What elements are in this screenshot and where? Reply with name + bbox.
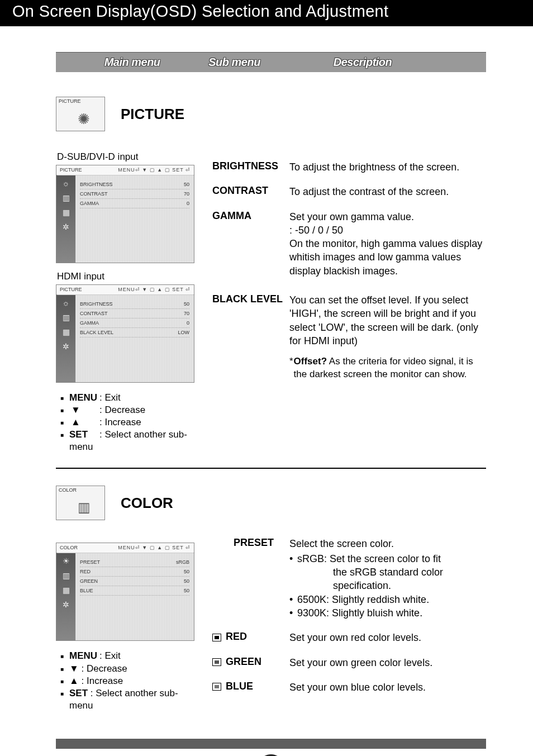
caption-hdmi: HDMI input bbox=[57, 271, 200, 282]
red-swatch-icon bbox=[212, 634, 221, 641]
green-swatch-icon bbox=[212, 658, 221, 666]
blue-swatch-icon bbox=[212, 683, 221, 691]
picture-thumb-icon: PICTURE bbox=[56, 97, 105, 131]
color-thumb-icon: COLOR bbox=[56, 486, 105, 520]
legend-up: ▲: Increase bbox=[60, 416, 200, 429]
legend-up: ▲ : Increase bbox=[60, 675, 200, 687]
osd-screenshot-dsub: PICTURE MENU⏎ ▼ ▢ ▲ ▢ SET ⏎ ☼▥▦✲ BRIGHTN… bbox=[56, 165, 194, 263]
osd-screenshot-hdmi: PICTURE MENU⏎ ▼ ▢ ▲ ▢ SET ⏎ ☼▥▦✲ BRIGHTN… bbox=[56, 284, 194, 383]
picture-section-title: PICTURE bbox=[121, 106, 184, 123]
osd-dsub-panel: BRIGHTNESS50 CONTRAST70 GAMMA0 bbox=[75, 175, 194, 263]
col-description: Description bbox=[334, 56, 486, 69]
col-sub-menu: Sub menu bbox=[208, 56, 334, 69]
caption-dsub: D-SUB/DVI-D input bbox=[57, 151, 200, 163]
legend-menu: MENU: Exit bbox=[60, 392, 200, 404]
legend-set: SET : Select another sub-menu bbox=[60, 687, 200, 712]
preset-srgb: sRGB: Set the screen color to fit the sR… bbox=[289, 552, 486, 593]
asterisk-icon: * bbox=[289, 355, 294, 381]
color-right-col: PRESET Select the screen color. sRGB: Se… bbox=[212, 537, 486, 711]
osd-dsub-title: PICTURE bbox=[60, 167, 82, 173]
down-arrow-icon: ▼ bbox=[69, 663, 82, 674]
color-thumb-label: COLOR bbox=[59, 487, 77, 493]
osd-sidebar-icons: ☼▥▦✲ bbox=[56, 175, 75, 263]
page-content: Main menu Sub menu Description PICTURE P… bbox=[0, 26, 533, 756]
osd-hdmi-nav: MENU⏎ ▼ ▢ ▲ ▢ SET ⏎ bbox=[118, 287, 191, 292]
osd-dsub-nav: MENU⏎ ▼ ▢ ▲ ▢ SET ⏎ bbox=[118, 167, 191, 173]
section-divider bbox=[56, 468, 486, 469]
picture-two-col: D-SUB/DVI-D input PICTURE MENU⏎ ▼ ▢ ▲ ▢ … bbox=[56, 148, 486, 453]
osd-color-nav: MENU⏎ ▼ ▢ ▲ ▢ SET ⏎ bbox=[118, 545, 191, 550]
osd-screenshot-color: COLOR MENU⏎ ▼ ▢ ▲ ▢ SET ⏎ ☀▥▦✲ PRESETsRG… bbox=[56, 543, 194, 641]
color-legend: MENU: Exit ▼ : Decrease ▲ : Increase SET… bbox=[60, 650, 200, 711]
footer-band bbox=[56, 739, 486, 749]
offset-footnote: * Offset? As the criteria for video sign… bbox=[289, 355, 486, 381]
osd-color-title: COLOR bbox=[60, 545, 78, 550]
legend-set: SET: Select another sub-menu bbox=[60, 429, 200, 453]
legend-down: ▼: Decrease bbox=[60, 404, 200, 416]
color-section-title: COLOR bbox=[121, 495, 173, 512]
legend-menu: MENU: Exit bbox=[60, 650, 200, 662]
def-brightness: BRIGHTNESS To adjust the brightness of t… bbox=[212, 160, 486, 174]
def-gamma: GAMMA Set your own gamma value. : -50 / … bbox=[212, 210, 486, 278]
osd-sidebar-icons: ☼▥▦✲ bbox=[56, 295, 75, 383]
page-title: On Screen Display(OSD) Selection and Adj… bbox=[12, 2, 521, 21]
page-header: On Screen Display(OSD) Selection and Adj… bbox=[0, 0, 533, 26]
preset-9300k: 9300K: Slightly bluish white. bbox=[289, 606, 486, 620]
up-arrow-icon: ▲ bbox=[69, 676, 82, 686]
color-two-col: COLOR MENU⏎ ▼ ▢ ▲ ▢ SET ⏎ ☀▥▦✲ PRESETsRG… bbox=[56, 537, 486, 711]
preset-6500k: 6500K: Slightly reddish white. bbox=[289, 593, 486, 606]
picture-section-header: PICTURE PICTURE bbox=[56, 97, 486, 131]
down-arrow-icon: ▼ bbox=[69, 404, 99, 416]
def-preset: PRESET Select the screen color. sRGB: Se… bbox=[212, 537, 486, 620]
def-green: GREEN Set your own green color levels. bbox=[212, 656, 486, 669]
def-black-level: BLACK LEVEL You can set the offset level… bbox=[212, 293, 486, 381]
picture-legend: MENU: Exit ▼: Decrease ▲: Increase SET: … bbox=[60, 392, 200, 453]
def-blue: BLUE Set your own blue color levels. bbox=[212, 681, 486, 694]
def-red: RED Set your own red color levels. bbox=[212, 631, 486, 644]
osd-sidebar-icons: ☀▥▦✲ bbox=[56, 553, 75, 641]
color-left-col: COLOR MENU⏎ ▼ ▢ ▲ ▢ SET ⏎ ☀▥▦✲ PRESETsRG… bbox=[56, 537, 200, 711]
up-arrow-icon: ▲ bbox=[69, 416, 99, 429]
color-section-header: COLOR COLOR bbox=[56, 486, 486, 520]
def-contrast: CONTRAST To adjust the contrast of the s… bbox=[212, 185, 486, 198]
picture-thumb-label: PICTURE bbox=[59, 98, 81, 104]
osd-hdmi-title: PICTURE bbox=[60, 287, 82, 292]
picture-left-col: D-SUB/DVI-D input PICTURE MENU⏎ ▼ ▢ ▲ ▢ … bbox=[56, 148, 200, 453]
osd-color-panel: PRESETsRGB RED50 GREEN50 BLUE50 bbox=[75, 553, 194, 641]
column-header-bar: Main menu Sub menu Description bbox=[56, 52, 486, 72]
picture-right-col: BRIGHTNESS To adjust the brightness of t… bbox=[212, 148, 486, 453]
legend-down: ▼ : Decrease bbox=[60, 663, 200, 675]
col-main-menu: Main menu bbox=[56, 56, 208, 69]
osd-hdmi-panel: BRIGHTNESS50 CONTRAST70 GAMMA0 BLACK LEV… bbox=[75, 295, 194, 383]
